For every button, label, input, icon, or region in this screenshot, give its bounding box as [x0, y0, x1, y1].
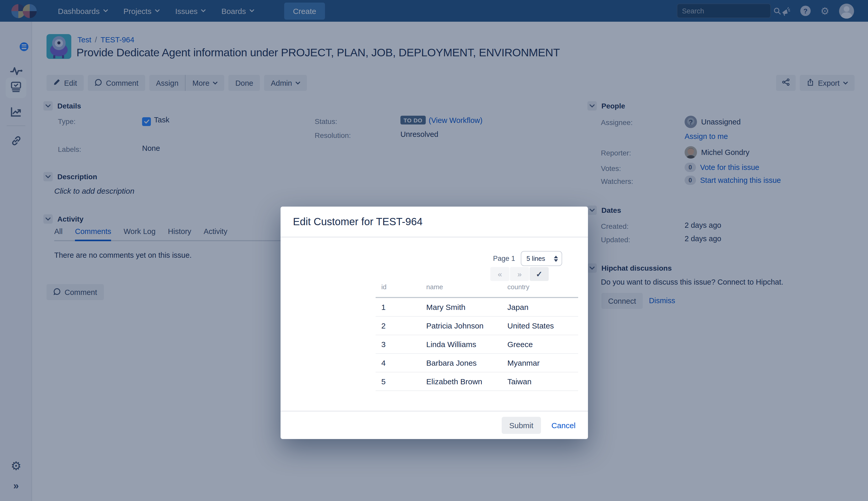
col-header-id: id [375, 283, 421, 298]
page-indicator: Page 1 [493, 255, 515, 263]
select-stepper-icon [554, 255, 558, 262]
cancel-link[interactable]: Cancel [552, 421, 575, 430]
submit-button[interactable]: Submit [501, 417, 541, 434]
page: Dashboards Projects Issues Boards Create… [0, 0, 868, 501]
modal-header: Edit Customer for TEST-964 [280, 206, 588, 237]
pagination-info: Page 1 5 lines [493, 251, 562, 266]
edit-customer-modal: Edit Customer for TEST-964 Page 1 5 line… [280, 206, 588, 439]
modal-title: Edit Customer for TEST-964 [293, 216, 423, 227]
confirm-page-button[interactable]: ✓ [530, 267, 549, 281]
table-row: 2Patricia JohnsonUnited States [375, 316, 578, 335]
pagination-controls: « » ✓ [490, 267, 549, 281]
lines-select[interactable]: 5 lines [521, 251, 562, 266]
table-row: 4Barbara JonesMyanmar [375, 353, 578, 372]
table-row: 1Mary SmithJapan [375, 298, 578, 316]
table-row: 5Elizabeth BrownTaiwan [375, 372, 578, 391]
customer-table: id name country 1Mary SmithJapan 2Patric… [375, 283, 578, 391]
next-page-button[interactable]: » [510, 267, 529, 281]
table-header-row: id name country [375, 283, 578, 298]
prev-page-button[interactable]: « [490, 267, 509, 281]
col-header-name: name [421, 283, 502, 298]
modal-footer: Submit Cancel [280, 411, 588, 439]
table-row: 3Linda WilliamsGreece [375, 335, 578, 353]
col-header-country: country [502, 283, 578, 298]
